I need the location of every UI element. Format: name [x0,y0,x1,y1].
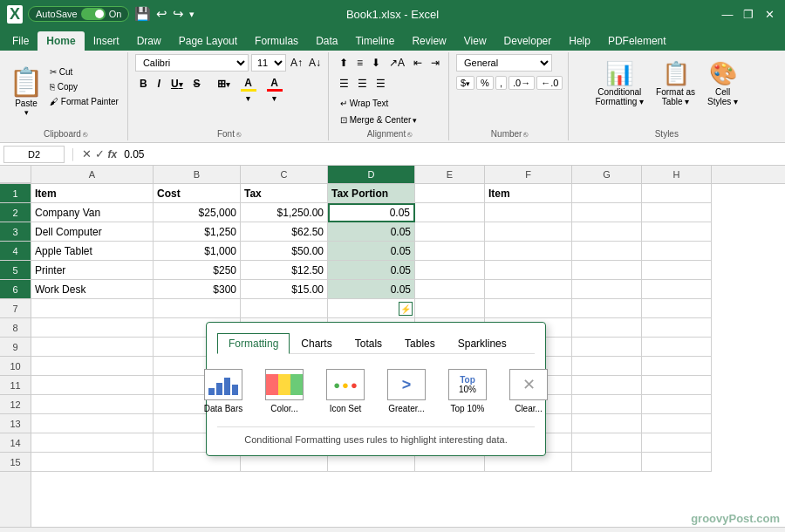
col-header-F[interactable]: F [485,166,572,183]
cell-styles-button[interactable]: 🎨 CellStyles ▾ [703,56,742,111]
underline-dropdown[interactable]: ▾ [179,80,183,89]
comma-button[interactable]: , [495,76,507,90]
cell-A2[interactable]: Company Van [31,203,154,222]
popup-tab-tables[interactable]: Tables [393,333,447,353]
row-header-7[interactable]: 7 [0,299,31,318]
tab-file[interactable]: File [3,31,38,51]
merge-center-button[interactable]: ⊡ Merge & Center ▾ [336,113,421,127]
cell-H3[interactable] [642,222,712,242]
undo-icon[interactable]: ↩ [156,6,167,22]
cell-A8[interactable] [31,318,154,338]
cell-G5[interactable] [572,261,642,280]
percent-button[interactable]: % [476,76,494,90]
cell-H7[interactable] [642,299,712,318]
row-header-4[interactable]: 4 [0,242,31,261]
cell-H11[interactable] [642,376,712,395]
dollar-button[interactable]: $▾ [456,76,474,90]
cell-F6[interactable] [485,280,572,299]
tab-timeline[interactable]: Timeline [346,31,403,51]
cell-F5[interactable] [485,261,572,280]
cell-G14[interactable] [572,433,642,453]
cell-B5[interactable]: $250 [154,261,241,280]
cell-C2[interactable]: $1,250.00 [241,203,328,222]
align-center-button[interactable]: ☰ [354,75,371,92]
cell-D5[interactable]: 0.05 [328,261,415,280]
decimal-increase-button[interactable]: .0→ [509,76,535,90]
cell-H4[interactable] [642,242,712,261]
cell-A7[interactable] [31,299,154,318]
cell-H15[interactable] [642,453,712,472]
cell-G9[interactable] [572,338,642,357]
popup-item-icon-set[interactable]: ● ● ● Icon Set [319,365,372,418]
col-header-G[interactable]: G [572,166,642,183]
cell-B6[interactable]: $300 [154,280,241,299]
cell-H2[interactable] [642,203,712,222]
row-header-2[interactable]: 1 [0,184,31,203]
restore-button[interactable]: ❐ [740,5,757,23]
tab-formulas[interactable]: Formulas [246,31,307,51]
row-header-12[interactable]: 12 [0,395,31,414]
align-middle-button[interactable]: ≡ [353,54,366,72]
cell-B3[interactable]: $1,250 [154,222,241,242]
cell-G13[interactable] [572,414,642,433]
row-header-13[interactable]: 13 [0,414,31,433]
minimize-button[interactable]: — [719,5,736,23]
strikethrough-button[interactable]: S [189,75,205,92]
row-header-2[interactable]: 2 [0,203,31,222]
col-header-D[interactable]: D [328,166,415,183]
cell-A14[interactable] [31,433,154,453]
cell-F2[interactable] [485,203,572,222]
cell-E5[interactable] [415,261,485,280]
cell-F4[interactable] [485,242,572,261]
autosave-toggle[interactable] [81,8,106,20]
popup-tab-sparklines[interactable]: Sparklines [447,333,518,353]
tab-insert[interactable]: Insert [85,31,128,51]
fill-color-button[interactable]: A ▾ [236,75,261,92]
indent-increase-button[interactable]: ⇥ [427,54,443,72]
cell-A12[interactable] [31,395,154,414]
cell-G15[interactable] [572,453,642,472]
tab-help[interactable]: Help [560,31,599,51]
row-header-3[interactable]: 3 [0,222,31,242]
cell-D2[interactable]: 0.05 [328,203,415,222]
row-header-6[interactable]: 6 [0,280,31,299]
font-size-decrease-button[interactable]: A↓ [307,57,323,69]
cell-E2[interactable] [415,203,485,222]
quick-analysis-button[interactable]: ⚡ [399,302,413,316]
cell-C6[interactable]: $15.00 [241,280,328,299]
cell-G11[interactable] [572,376,642,395]
paste-button[interactable]: 📋 Paste ▾ [9,65,44,117]
redo-icon[interactable]: ↪ [173,6,184,22]
cell-A10[interactable] [31,357,154,376]
row-header-8[interactable]: 8 [0,318,31,338]
cell-G6[interactable] [572,280,642,299]
font-family-select[interactable]: Calibri [135,54,249,72]
text-angle-button[interactable]: ↗A [386,54,408,72]
col-header-E[interactable]: E [415,166,485,183]
cell-D3[interactable]: 0.05 [328,222,415,242]
bold-button[interactable]: B [135,75,152,92]
row-header-14[interactable]: 14 [0,433,31,453]
cell-E7[interactable] [415,299,485,318]
cell-D4[interactable]: 0.05 [328,242,415,261]
font-size-increase-button[interactable]: A↑ [289,57,304,69]
italic-button[interactable]: I [154,75,165,92]
format-as-table-button[interactable]: 📋 Format asTable ▾ [652,56,700,111]
col-header-A[interactable]: A [31,166,154,183]
align-left-button[interactable]: ☰ [336,75,352,92]
popup-item-clear[interactable]: ✕ Clear... [502,365,555,418]
cell-G12[interactable] [572,395,642,414]
tab-view[interactable]: View [455,31,495,51]
cell-D1[interactable]: Tax Portion [328,184,415,203]
cell-C4[interactable]: $50.00 [241,242,328,261]
paste-dropdown-arrow[interactable]: ▾ [24,108,29,117]
row-header-11[interactable]: 11 [0,376,31,395]
cell-G1[interactable] [572,184,642,203]
row-header-9[interactable]: 9 [0,338,31,357]
name-box[interactable] [3,146,65,163]
cell-B2[interactable]: $25,000 [154,203,241,222]
cell-C5[interactable]: $12.50 [241,261,328,280]
cell-G3[interactable] [572,222,642,242]
cell-E1[interactable] [415,184,485,203]
autosave-badge[interactable]: AutoSave On [28,6,129,22]
